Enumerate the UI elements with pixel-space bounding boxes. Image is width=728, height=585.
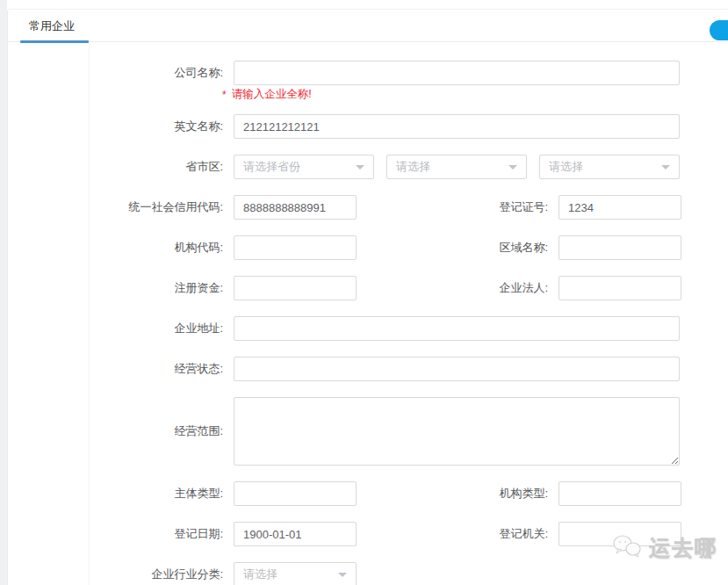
region-name-label: 区域名称: — [357, 240, 559, 256]
registration-date-label: 登记日期: — [8, 526, 234, 542]
business-scope-textarea[interactable] — [234, 397, 680, 466]
row-credit-code: 统一社会信用代码: 登记证号: — [8, 195, 728, 220]
row-address: 企业地址: — [8, 316, 728, 341]
region-name-input[interactable] — [559, 235, 681, 260]
registration-no-label: 登记证号: — [357, 199, 559, 215]
enterprise-form: 公司名称: * 请输入企业全称! 英文名称: 省市区: 请选择省份 — [8, 42, 728, 585]
org-code-label: 机构代码: — [8, 240, 234, 256]
registration-authority-input[interactable] — [559, 522, 681, 546]
registered-capital-label: 注册资金: — [8, 280, 234, 296]
institution-type-input[interactable] — [559, 481, 681, 506]
city-placeholder: 请选择 — [396, 159, 430, 175]
district-placeholder: 请选择 — [549, 159, 583, 175]
org-code-input[interactable] — [234, 235, 357, 260]
entity-type-input[interactable] — [234, 481, 357, 506]
company-name-label: 公司名称: — [8, 65, 234, 81]
province-placeholder: 请选择省份 — [243, 159, 300, 175]
city-select[interactable]: 请选择 — [386, 155, 527, 179]
error-asterisk-icon: * — [222, 90, 227, 100]
collapsed-blue-toggle[interactable] — [710, 20, 728, 40]
row-english-name: 英文名称: — [8, 114, 728, 139]
credit-code-input[interactable] — [234, 195, 357, 220]
english-name-label: 英文名称: — [8, 119, 234, 134]
entity-type-label: 主体类型: — [8, 486, 234, 502]
legal-person-input[interactable] — [559, 276, 681, 300]
row-industry-category: 企业行业分类: 请选择 — [8, 562, 728, 585]
company-name-error: * 请输入企业全称! — [8, 89, 728, 100]
legal-person-label: 企业法人: — [357, 280, 559, 296]
row-company-name: 公司名称: — [8, 61, 728, 85]
page-left-margin — [0, 0, 7, 585]
error-message: 请输入企业全称! — [232, 89, 312, 100]
form-card: 常用企业 公司名称: * 请输入企业全称! 英文名称: 省市区 — [7, 9, 728, 585]
credit-code-label: 统一社会信用代码: — [8, 199, 234, 215]
tab-common-enterprises[interactable]: 常用企业 — [20, 10, 83, 42]
business-scope-label: 经营范围: — [8, 423, 234, 439]
district-select[interactable]: 请选择 — [539, 155, 680, 179]
registered-capital-input[interactable] — [234, 276, 357, 300]
industry-category-placeholder: 请选择 — [243, 567, 278, 582]
institution-type-label: 机构类型: — [357, 486, 559, 502]
operating-status-input[interactable] — [234, 357, 680, 381]
region-label: 省市区: — [8, 159, 234, 175]
region-select-group: 请选择省份 请选择 请选择 — [234, 155, 680, 179]
address-input[interactable] — [234, 316, 680, 341]
address-label: 企业地址: — [8, 321, 234, 336]
tab-bar: 常用企业 — [8, 10, 728, 42]
row-entity-type: 主体类型: 机构类型: — [8, 481, 728, 506]
industry-category-label: 企业行业分类: — [8, 567, 234, 582]
english-name-input[interactable] — [234, 114, 680, 139]
province-select[interactable]: 请选择省份 — [234, 155, 374, 179]
row-org-code: 机构代码: 区域名称: — [8, 235, 728, 260]
row-region: 省市区: 请选择省份 请选择 请选择 — [8, 155, 728, 179]
chevron-down-icon — [338, 573, 347, 577]
row-registered-capital: 注册资金: 企业法人: — [8, 276, 728, 300]
chevron-down-icon — [661, 165, 670, 170]
operating-status-label: 经营状态: — [8, 361, 234, 377]
tab-label: 常用企业 — [29, 18, 75, 34]
row-operating-status: 经营状态: — [8, 357, 728, 381]
industry-category-select[interactable]: 请选择 — [234, 562, 357, 585]
chevron-down-icon — [508, 165, 517, 170]
registration-authority-label: 登记机关: — [357, 526, 559, 542]
chevron-down-icon — [356, 165, 364, 170]
row-registration-date: 登记日期: 登记机关: — [8, 522, 728, 546]
row-business-scope: 经营范围: — [8, 397, 728, 466]
registration-date-input[interactable] — [234, 522, 357, 546]
page: 常用企业 公司名称: * 请输入企业全称! 英文名称: 省市区 — [0, 0, 728, 585]
company-name-input[interactable] — [234, 61, 680, 85]
registration-no-input[interactable] — [559, 195, 681, 220]
